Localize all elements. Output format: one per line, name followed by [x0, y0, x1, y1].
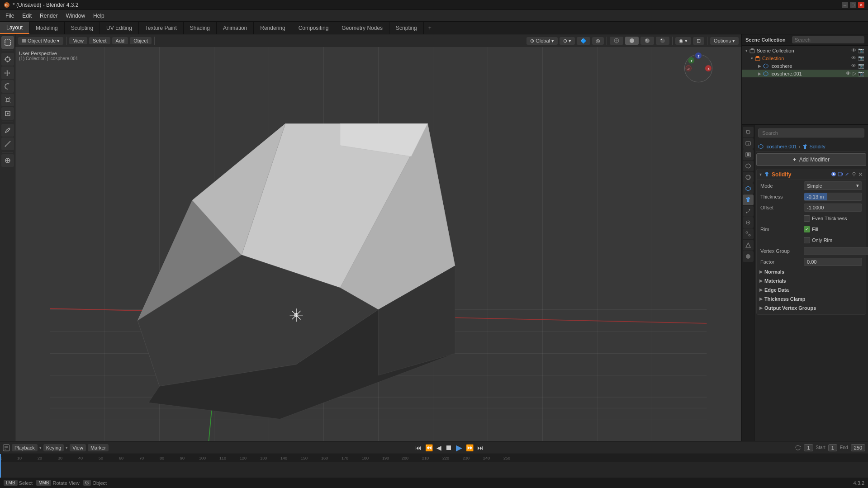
tab-uv-editing[interactable]: UV Editing [100, 22, 139, 34]
props-tab-object[interactable] [743, 183, 754, 194]
menu-edit[interactable]: Edit [19, 12, 35, 20]
offset-input[interactable]: -1.0000 [804, 204, 862, 212]
scale-tool[interactable] [1, 94, 14, 106]
props-tab-particles[interactable] [743, 206, 754, 217]
viewport-3d[interactable]: Object Mode ▾ View Select Add Object ⊕ G… [15, 34, 741, 441]
titlebar-controls[interactable]: ─ □ ✕ [842, 2, 864, 8]
pivot-point-button[interactable]: ⊙▾ [560, 37, 575, 45]
modifier-delete-button[interactable]: ✕ [858, 171, 863, 178]
loop-icon[interactable] [795, 445, 801, 451]
outliner-icosphere001[interactable]: ▶ Icosphere.001 👁 ▷ 📷 [742, 70, 868, 77]
material-shading-button[interactable] [640, 37, 654, 45]
keying-menu-button[interactable]: Keying [43, 444, 64, 451]
normals-section[interactable]: ▶ Normals [757, 267, 866, 276]
add-modifier-button[interactable]: + Add Modifier [756, 153, 866, 166]
options-button[interactable]: Options ▾ [710, 37, 739, 45]
menu-window[interactable]: Window [62, 12, 89, 20]
close-button[interactable]: ✕ [858, 2, 864, 8]
menu-file[interactable]: File [2, 12, 18, 20]
menu-help[interactable]: Help [90, 12, 108, 20]
xray-button[interactable]: ⊡ [693, 37, 704, 45]
outliner-search-input[interactable] [792, 36, 864, 43]
solid-shading-button[interactable] [625, 37, 639, 45]
edge-data-section[interactable]: ▶ Edge Data [757, 285, 866, 294]
tab-scripting[interactable]: Scripting [389, 22, 424, 34]
move-tool[interactable] [1, 66, 14, 79]
measure-tool[interactable] [1, 137, 14, 150]
view-menu-button[interactable]: View [69, 37, 87, 44]
maximize-button[interactable]: □ [850, 2, 856, 8]
outliner-icosphere[interactable]: ▶ Icosphere 👁 📷 [742, 62, 868, 70]
props-tab-modifier[interactable] [743, 194, 754, 205]
minimize-button[interactable]: ─ [842, 2, 848, 8]
props-tab-view-layer[interactable] [743, 149, 754, 160]
modifier-render-icon[interactable] [838, 171, 843, 178]
tab-sculpting[interactable]: Sculpting [65, 22, 100, 34]
rotate-tool[interactable] [1, 80, 14, 93]
scene-vis-icon[interactable]: 👁 [851, 47, 856, 53]
transform-tool[interactable] [1, 107, 14, 120]
modifier-name-label[interactable]: Solidify [772, 171, 829, 178]
marker-menu-button[interactable]: Marker [88, 444, 109, 451]
tab-shading[interactable]: Shading [184, 22, 217, 34]
only-rim-checkbox[interactable] [804, 237, 810, 243]
coll-vis-icon[interactable]: 👁 [851, 55, 856, 61]
proportional-edit-button[interactable]: ◎ [592, 37, 604, 45]
tab-geometry-nodes[interactable]: Geometry Nodes [335, 22, 389, 34]
vertex-group-input[interactable] [804, 247, 868, 255]
modifier-realtime-icon[interactable] [831, 171, 836, 178]
tab-modeling[interactable]: Modeling [29, 22, 65, 34]
materials-section[interactable]: ▶ Materials [757, 276, 866, 285]
step-back-button[interactable]: ⏪ [424, 444, 434, 451]
menu-render[interactable]: Render [36, 12, 61, 20]
jump-end-button[interactable]: ⏭ [476, 444, 485, 451]
props-tab-constraints[interactable] [743, 228, 754, 239]
timeline-track[interactable]: 1 10 20 30 40 50 60 70 80 90 100 110 120… [0, 454, 868, 478]
output-vertex-groups-section[interactable]: ▶ Output Vertex Groups [757, 303, 866, 313]
annotate-tool[interactable] [1, 124, 14, 137]
status-object[interactable]: G Object [83, 480, 107, 486]
coll-render-icon[interactable]: 📷 [858, 55, 864, 61]
view-menu-button[interactable]: View [70, 444, 86, 451]
props-tab-physics[interactable] [743, 217, 754, 228]
object-mode-button[interactable]: Object Mode ▾ [18, 37, 63, 45]
jump-start-button[interactable]: ⏮ [414, 444, 423, 451]
add-menu-button[interactable]: Add [112, 37, 128, 44]
ico001-render-icon[interactable]: 📷 [858, 71, 864, 76]
tab-texture-paint[interactable]: Texture Paint [139, 22, 184, 34]
snap-button[interactable]: 🔷 [577, 37, 590, 45]
status-rotate-view[interactable]: MMB Rotate View [36, 480, 79, 486]
tab-rendering[interactable]: Rendering [254, 22, 292, 34]
factor-input[interactable]: 0.00 [804, 258, 862, 266]
mode-value-button[interactable]: Simple ▾ [804, 181, 862, 190]
fill-checkbox[interactable]: ✓ [804, 226, 810, 232]
transform-orientation-button[interactable]: ⊕ Global ▾ [526, 37, 558, 45]
add-object-tool[interactable] [1, 154, 14, 167]
playback-menu-button[interactable]: Playback [12, 444, 38, 451]
outliner-scene-collection[interactable]: ▾ Scene Collection 👁 📷 [742, 47, 868, 54]
step-forward-button[interactable]: ⏩ [465, 444, 475, 451]
outliner-collection[interactable]: ▾ Collection 👁 📷 [742, 54, 868, 62]
scene-render-icon[interactable]: 📷 [858, 47, 864, 53]
props-tab-data[interactable] [743, 240, 754, 251]
props-tab-world[interactable] [743, 172, 754, 183]
ico-vis-icon[interactable]: 👁 [851, 63, 856, 69]
play-forward-button[interactable]: ▶ [455, 443, 464, 453]
scene-canvas[interactable] [15, 47, 741, 441]
add-workspace-button[interactable]: + [424, 22, 436, 34]
wireframe-shading-button[interactable] [610, 37, 623, 45]
current-frame-display[interactable]: 1 [804, 444, 813, 451]
tab-compositing[interactable]: Compositing [292, 22, 336, 34]
rendered-shading-button[interactable] [656, 37, 669, 45]
tab-animation[interactable]: Animation [217, 22, 254, 34]
props-tab-material[interactable] [743, 251, 754, 262]
even-thickness-checkbox[interactable] [804, 215, 810, 222]
properties-search-input[interactable] [758, 128, 864, 137]
end-frame-input[interactable]: 250 [851, 444, 865, 451]
ico001-sel-icon[interactable]: ▷ [853, 71, 856, 76]
modifier-editmode-icon[interactable] [844, 171, 850, 178]
object-menu-button[interactable]: Object [130, 37, 152, 44]
props-tab-render[interactable] [743, 127, 754, 137]
thickness-clamp-section[interactable]: ▶ Thickness Clamp [757, 294, 866, 303]
ico001-vis-icon[interactable]: 👁 [846, 71, 851, 76]
